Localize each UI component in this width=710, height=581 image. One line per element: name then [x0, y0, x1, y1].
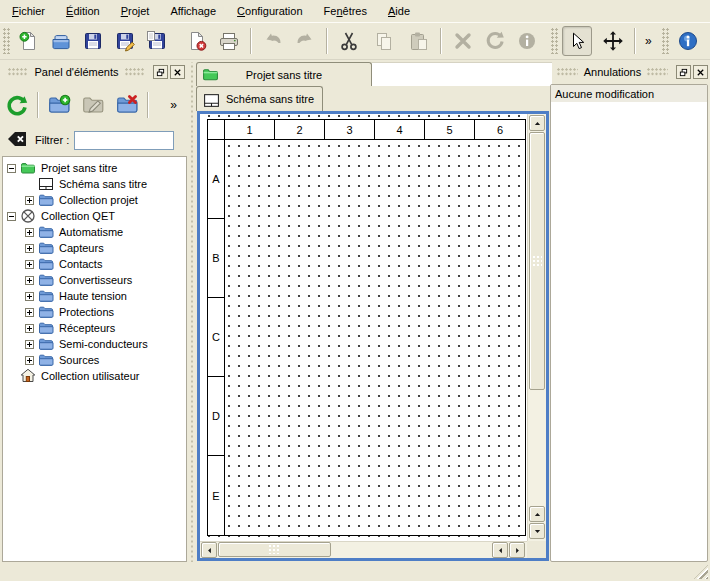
undo-history-list: Aucune modification	[550, 84, 708, 562]
tree-item-schema-sans-titre[interactable]: Schéma sans titre	[3, 176, 186, 192]
tree-item-projet-sans-titre[interactable]: Projet sans titre	[3, 160, 186, 176]
vertical-scroll-thumb[interactable]	[529, 132, 545, 390]
float-panel-button[interactable]	[153, 65, 168, 79]
save-button[interactable]	[78, 26, 108, 56]
tree-item-convertisseurs[interactable]: Convertisseurs	[3, 272, 186, 288]
tree-item-capteurs[interactable]: Capteurs	[3, 240, 186, 256]
diagram-drawing-area[interactable]	[225, 140, 525, 535]
expand-icon[interactable]	[25, 292, 34, 301]
undo-list-item[interactable]: Aucune modification	[551, 85, 707, 102]
expand-icon[interactable]	[25, 196, 34, 205]
tree-item-label: Contacts	[59, 258, 102, 270]
float-panel-button[interactable]	[676, 65, 691, 79]
collapse-icon[interactable]	[7, 164, 16, 173]
close-document-icon	[186, 30, 208, 52]
arrow-down-icon	[534, 528, 541, 535]
folder-icon	[38, 352, 54, 368]
paste-button[interactable]	[404, 26, 434, 56]
menu-aide[interactable]: Aide	[380, 2, 418, 20]
collapse-icon[interactable]	[7, 212, 16, 221]
clear-filter-button[interactable]	[7, 132, 29, 149]
filter-input[interactable]	[74, 131, 174, 150]
tree-item-sources[interactable]: Sources	[3, 352, 186, 368]
toolbar-handle[interactable]	[662, 28, 669, 54]
menu-edition[interactable]: Édition	[58, 2, 108, 20]
menu-configuration[interactable]: Configuration	[229, 2, 310, 20]
toolbar-handle[interactable]	[551, 28, 558, 54]
toolbar-handle[interactable]	[3, 28, 10, 54]
toolbar-overflow-chevron[interactable]: »	[641, 34, 656, 48]
tree-item-label: Collection utilisateur	[41, 370, 139, 382]
move-mode-button[interactable]	[598, 26, 628, 56]
expand-icon[interactable]	[25, 228, 34, 237]
expand-icon[interactable]	[25, 324, 34, 333]
expand-icon[interactable]	[25, 244, 34, 253]
menu-fichier[interactable]: Fichier	[4, 2, 53, 20]
horizontal-scrollbar[interactable]	[200, 541, 527, 558]
tree-item-collection-utilisateur[interactable]: Collection utilisateur	[3, 368, 186, 384]
close-document-button[interactable]	[182, 26, 212, 56]
tree-item-semi-conducteurs[interactable]: Semi-conducteurs	[3, 336, 186, 352]
expand-icon[interactable]	[25, 308, 34, 317]
save-as-button[interactable]	[110, 26, 140, 56]
copy-button[interactable]	[369, 26, 399, 56]
delete-category-button[interactable]	[112, 90, 142, 120]
elements-tree: Projet sans titreSchéma sans titreCollec…	[2, 156, 187, 562]
tree-item-label: Sources	[59, 354, 99, 366]
open-button[interactable]	[46, 26, 76, 56]
tree-item-collection-projet[interactable]: Collection projet	[3, 192, 186, 208]
save-all-button[interactable]	[142, 26, 172, 56]
edit-category-button[interactable]	[78, 90, 108, 120]
tree-item-haute-tension[interactable]: Haute tension	[3, 288, 186, 304]
select-mode-button[interactable]	[562, 26, 592, 56]
tab-schema[interactable]: Schéma sans titre	[196, 86, 323, 111]
scroll-up-button[interactable]	[529, 115, 545, 131]
scroll-down-button[interactable]	[529, 523, 545, 539]
horizontal-scroll-thumb[interactable]	[218, 542, 331, 557]
scroll-left-button[interactable]	[492, 542, 508, 558]
panel-overflow-chevron[interactable]: »	[166, 98, 181, 112]
new-document-button[interactable]	[14, 26, 44, 56]
rotate-button[interactable]	[480, 26, 510, 56]
tree-item-collection-qet[interactable]: Collection QET	[3, 208, 186, 224]
schema-canvas[interactable]: 123456ABCDE	[200, 114, 527, 541]
filter-row: Filtrer :	[2, 128, 187, 152]
close-panel-button[interactable]	[170, 65, 185, 79]
toolbar-separator	[37, 92, 39, 118]
new-category-button[interactable]	[44, 90, 74, 120]
about-qet-button[interactable]	[673, 26, 703, 56]
tree-item-protections[interactable]: Protections	[3, 304, 186, 320]
redo-button[interactable]	[290, 26, 320, 56]
delete-button[interactable]	[448, 26, 478, 56]
expand-icon[interactable]	[25, 340, 34, 349]
scroll-up-button[interactable]	[529, 506, 545, 522]
tree-item-recepteurs[interactable]: Récepteurs	[3, 320, 186, 336]
folder-plus-icon	[47, 93, 71, 117]
expand-icon[interactable]	[25, 276, 34, 285]
scroll-left-button[interactable]	[201, 542, 217, 558]
menu-fenetres[interactable]: Fenêtres	[316, 2, 375, 20]
tree-item-contacts[interactable]: Contacts	[3, 256, 186, 272]
tab-project[interactable]: Projet sans titre	[196, 62, 372, 86]
cursor-arrow-icon	[566, 30, 588, 52]
close-panel-button[interactable]	[693, 65, 708, 79]
undo-button[interactable]	[258, 26, 288, 56]
vertical-scrollbar[interactable]	[527, 114, 546, 541]
tree-item-automatisme[interactable]: Automatisme	[3, 224, 186, 240]
row-header-B: B	[208, 219, 225, 298]
info-blue-icon	[677, 30, 699, 52]
cut-button[interactable]	[334, 26, 364, 56]
expand-icon[interactable]	[25, 356, 34, 365]
dock-splitter[interactable]	[188, 62, 196, 562]
menu-projet[interactable]: Projet	[113, 2, 158, 20]
thumb-grip	[269, 545, 280, 554]
resize-grip-icon[interactable]	[694, 565, 708, 579]
print-button[interactable]	[214, 26, 244, 56]
expand-icon[interactable]	[25, 260, 34, 269]
menu-affichage[interactable]: Affichage	[162, 2, 224, 20]
schema-tab-label: Schéma sans titre	[226, 93, 314, 105]
scroll-right-button[interactable]	[509, 542, 525, 558]
float-icon	[156, 68, 165, 77]
reload-collections-button[interactable]	[2, 90, 32, 120]
object-info-button[interactable]	[512, 26, 542, 56]
